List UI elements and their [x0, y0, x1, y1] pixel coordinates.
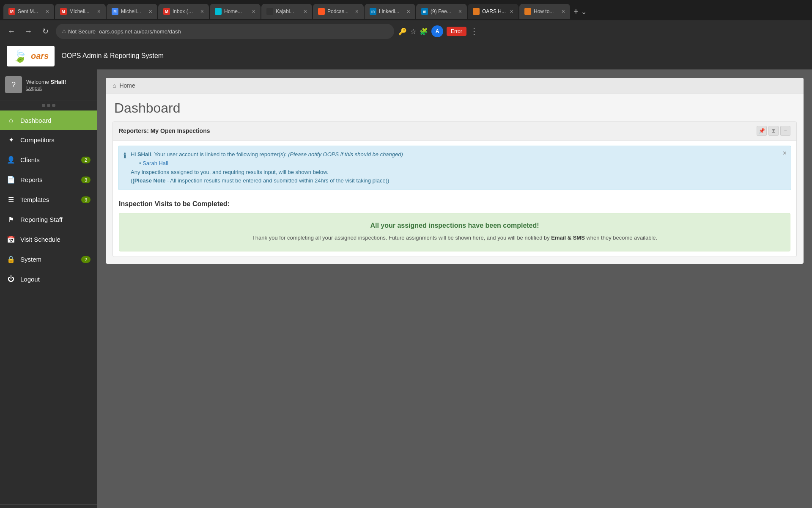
sidebar-item-system[interactable]: 🔒 System 2	[0, 249, 97, 269]
sidebar-item-templates[interactable]: ☰ Templates 3	[0, 190, 97, 210]
templates-icon: ☰	[7, 196, 15, 204]
info-line1: Hi SHall. Your user account is linked to…	[131, 150, 786, 159]
dashboard-label: Dashboard	[20, 117, 91, 124]
logo: 🍃 oars	[13, 49, 49, 63]
url-display[interactable]: oars.oops.net.au/oars/home/dash	[99, 28, 388, 35]
logout-link[interactable]: Logout	[26, 85, 66, 91]
info-note2: ((Please Note - All inspection results m…	[131, 177, 786, 185]
sidebar-item-visit-schedule[interactable]: 📅 Visit Schedule	[0, 229, 97, 249]
browser-chrome: M Sent M... × M Michell... × M Michell..…	[0, 0, 812, 42]
sidebar-item-reports[interactable]: 📄 Reports 3	[0, 170, 97, 190]
tab-title: Inbox (…	[173, 8, 198, 14]
tab-favicon	[318, 8, 325, 15]
breadcrumb-label: Home	[119, 82, 135, 89]
error-button[interactable]: Error	[447, 27, 466, 36]
tab-sent-mail[interactable]: M Sent M... ×	[3, 4, 54, 19]
tab-favicon	[524, 8, 531, 15]
info-message-middle: . Your user account is linked to the fol…	[151, 151, 288, 157]
system-icon: 🔒	[7, 255, 15, 263]
user-welcome: Welcome SHall!	[26, 79, 66, 85]
new-tab-button[interactable]: +	[573, 7, 579, 17]
inspection-widget: Reporters: My Open Inspections 📌 ⊞ − ℹ H…	[112, 121, 797, 257]
tab-home[interactable]: Home... ×	[210, 4, 261, 19]
tab-close-icon[interactable]: ×	[510, 8, 513, 15]
success-title: All your assigned inspections have been …	[128, 222, 782, 229]
app-body: ? Welcome SHall! Logout ⌂ Dashboard	[0, 69, 812, 508]
extension-icon[interactable]: 🧩	[420, 28, 428, 36]
page-title: Dashboard	[106, 94, 804, 121]
tab-overflow-button[interactable]: ⌄	[581, 8, 587, 16]
tab-close-icon[interactable]: ×	[562, 8, 565, 15]
tab-linkedin1[interactable]: in Linkedi... ×	[365, 4, 415, 19]
tab-michelle1[interactable]: M Michell... ×	[55, 4, 106, 19]
tab-linkedin2[interactable]: in (9) Fee... ×	[416, 4, 467, 19]
success-text: Thank you for completing all your assign…	[128, 234, 782, 243]
sidebar-item-logout[interactable]: ⏻ Logout	[0, 269, 97, 289]
forward-button[interactable]: →	[22, 25, 35, 38]
username: SHall!	[51, 79, 66, 85]
widget-actions: 📌 ⊞ −	[757, 126, 790, 136]
info-greeting: Hi	[131, 151, 137, 157]
sidebar-item-reporting-staff[interactable]: ⚑ Reporting Staff	[0, 210, 97, 229]
tab-close-icon[interactable]: ×	[304, 8, 307, 15]
success-text-part1: Thank you for completing all your assign…	[252, 235, 551, 241]
reports-badge: 3	[81, 177, 91, 183]
sidebar-item-clients[interactable]: 👤 Clients 2	[0, 150, 97, 170]
logo-area: 🍃 oars	[7, 46, 55, 66]
password-icon[interactable]: 🔑	[398, 28, 407, 36]
tab-oars[interactable]: OARS H... ×	[468, 4, 518, 19]
tab-close-icon[interactable]: ×	[200, 8, 204, 15]
address-actions: 🔑 ☆ 🧩 A Error ⋮	[398, 25, 478, 37]
tab-michelle2[interactable]: M Michell... ×	[107, 4, 157, 19]
main-content: ⌂ Home Dashboard Reporters: My Open Insp…	[97, 69, 812, 508]
tab-close-icon[interactable]: ×	[46, 8, 49, 15]
bookmark-icon[interactable]: ☆	[410, 28, 416, 36]
visit-schedule-label: Visit Schedule	[20, 236, 91, 243]
not-secure-label: Not Secure	[68, 28, 96, 35]
app-wrapper: 🍃 oars OOPS Admin & Reporting System ? W…	[0, 42, 812, 508]
widget-minimize-button[interactable]: −	[780, 126, 790, 136]
tab-title: How to...	[534, 8, 559, 14]
widget-pin-button[interactable]: 📌	[757, 126, 767, 136]
tab-title: Michell...	[121, 8, 146, 14]
back-button[interactable]: ←	[5, 25, 18, 38]
tab-kajabi[interactable]: Kajabi... ×	[261, 4, 312, 19]
system-badge: 2	[81, 256, 91, 263]
address-bar[interactable]: ⚠ Not Secure oars.oops.net.au/oars/home/…	[56, 24, 394, 39]
user-info: Welcome SHall! Logout	[26, 79, 66, 91]
sidebar-item-competitors[interactable]: ✦ Competitors	[0, 130, 97, 150]
widget-expand-button[interactable]: ⊞	[768, 126, 779, 136]
tab-podcas[interactable]: Podcas... ×	[313, 4, 364, 19]
welcome-prefix: Welcome	[26, 79, 51, 85]
visit-schedule-icon: 📅	[7, 235, 15, 243]
tab-close-icon[interactable]: ×	[149, 8, 152, 15]
profile-button[interactable]: A	[431, 25, 443, 37]
tab-favicon	[266, 8, 273, 15]
inspection-heading: Inspection Visits to be Completed:	[119, 200, 790, 208]
success-box: All your assigned inspections have been …	[119, 213, 790, 251]
competitors-icon: ✦	[7, 136, 15, 144]
sidebar: ? Welcome SHall! Logout ⌂ Dashboard	[0, 69, 97, 508]
tab-close-icon[interactable]: ×	[458, 8, 462, 15]
info-close-button[interactable]: ×	[783, 149, 787, 157]
tab-howto[interactable]: How to... ×	[519, 4, 570, 19]
reporter-link[interactable]: Sarah Hall	[143, 160, 168, 166]
widget-header: Reporters: My Open Inspections 📌 ⊞ −	[113, 121, 796, 141]
sidebar-item-dashboard[interactable]: ⌂ Dashboard	[0, 110, 97, 130]
reload-button[interactable]: ↻	[39, 25, 52, 38]
browser-menu-button[interactable]: ⋮	[470, 26, 478, 36]
tab-inbox[interactable]: M Inbox (… ×	[158, 4, 209, 19]
dot1	[42, 104, 45, 107]
tab-close-icon[interactable]: ×	[355, 8, 359, 15]
clients-label: Clients	[20, 156, 76, 163]
tab-close-icon[interactable]: ×	[252, 8, 255, 15]
tab-close-icon[interactable]: ×	[407, 8, 410, 15]
note2-middle: - All inspection results must be entered…	[165, 177, 387, 184]
breadcrumb: ⌂ Home	[106, 78, 804, 94]
widget-title: Reporters: My Open Inspections	[119, 127, 210, 134]
tab-close-icon[interactable]: ×	[97, 8, 101, 15]
tab-title: Linkedi...	[379, 8, 404, 14]
tab-title: OARS H...	[482, 8, 508, 14]
reporting-staff-icon: ⚑	[7, 215, 15, 224]
tab-favicon	[473, 8, 480, 15]
